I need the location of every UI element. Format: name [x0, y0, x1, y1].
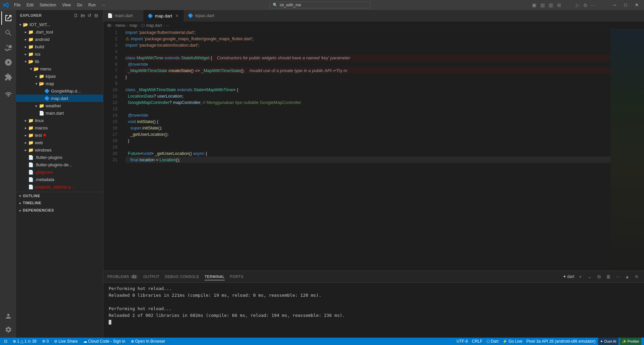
lib-folder[interactable]: ▾ 📂 lib — [16, 58, 103, 65]
minimize-button[interactable]: ─ — [611, 2, 618, 8]
more-terminal-icon[interactable]: ··· — [614, 273, 621, 280]
run-debug-activity-icon[interactable] — [1, 56, 15, 69]
new-file-icon[interactable]: 🗋 — [73, 13, 79, 18]
terminal-dropdown-icon[interactable]: ⌄ — [586, 273, 593, 280]
no-problems-status[interactable]: ⑧ 0 — [41, 338, 50, 345]
main-dart-menu-file[interactable]: 📄 main.dart — [16, 109, 103, 117]
weather-folder[interactable]: ▸ 📁 weather — [16, 102, 103, 109]
source-control-activity-icon[interactable] — [1, 41, 15, 54]
menu-folder[interactable]: ▾ 📂 menu — [16, 65, 103, 72]
bottom-panel: PROBLEMS41 OUTPUT DEBUG CONSOLE TERMINAL… — [103, 271, 644, 338]
macos-folder[interactable]: ▸ 📁 macos — [16, 124, 103, 131]
collapse-all-icon[interactable]: ⊟ — [94, 13, 99, 18]
linux-folder[interactable]: ▸ 📁 linux — [16, 117, 103, 124]
add-terminal-icon[interactable]: + — [577, 273, 584, 280]
output-tab[interactable]: OUTPUT — [143, 273, 159, 280]
run-icon[interactable]: ▷ — [576, 2, 580, 8]
go-live-status[interactable]: ⚡ Go Live — [501, 338, 524, 345]
split-editor-icon[interactable]: ⧉ — [584, 2, 587, 8]
close-panel-icon[interactable]: ✕ — [633, 273, 640, 280]
kipas-folder[interactable]: ▸ 📁 kipas — [16, 72, 103, 80]
panel-toggle-icon[interactable]: ▤ — [540, 2, 545, 8]
kill-terminal-icon[interactable]: 🗑 — [605, 273, 612, 280]
more-actions-icon[interactable]: ··· — [591, 2, 595, 8]
breadcrumb-more[interactable]: ··· — [166, 23, 169, 28]
mapdart-file[interactable]: 🔷 map.dart — [16, 95, 103, 102]
metadata-file[interactable]: 📄 .metadata — [16, 176, 103, 183]
tab-map-dart[interactable]: 🔷 map.dart ✕ — [144, 10, 184, 21]
outline-section[interactable]: ▸ OUTLINE — [16, 192, 103, 199]
menu-edit[interactable]: Edit — [24, 2, 36, 8]
errors-status[interactable]: ⊗ 1 △ 1 ⊙ 39 — [11, 338, 38, 345]
refresh-icon[interactable]: ↺ — [87, 13, 92, 18]
menu-more[interactable]: ··· — [99, 2, 108, 8]
windows-folder[interactable]: ▸ 📁 windows — [16, 146, 103, 154]
tab-map-dart-close-icon[interactable]: ✕ — [174, 13, 179, 18]
error-count: 1 — [17, 339, 19, 344]
encoding-status[interactable]: UTF-8 — [455, 338, 469, 345]
code-content[interactable]: import 'package:flutter/material.dart'; … — [120, 29, 610, 271]
extensions-activity-icon[interactable] — [1, 70, 15, 84]
explorer-activity-icon[interactable] — [1, 11, 15, 25]
remote-activity-icon[interactable] — [1, 88, 15, 101]
tab-kipas-dart[interactable]: 🔷 kipas.dart — [184, 10, 224, 21]
android-folder[interactable]: ▸ 📁 android — [16, 36, 103, 43]
prettier-status[interactable]: ✨ Prettier — [620, 338, 641, 345]
maximize-panel-icon[interactable]: ▲ — [624, 273, 631, 280]
build-folder[interactable]: ▸ 📁 build — [16, 43, 103, 50]
analysis-spacer — [23, 184, 28, 189]
menu-go[interactable]: Go — [74, 2, 85, 8]
ports-tab[interactable]: PORTS — [230, 273, 244, 280]
breadcrumb-menu[interactable]: menu — [115, 23, 125, 28]
eol-status[interactable]: CRLF — [471, 338, 484, 345]
globe-icon: ⊕ — [131, 339, 134, 344]
cloud-code-status[interactable]: ☁ Cloud Code - Sign in — [82, 338, 127, 345]
timeline-section[interactable]: ▸ TIMELINE — [16, 199, 103, 207]
flutter-plugins-de-file[interactable]: 📄 .flutter-plugins-de... — [16, 161, 103, 168]
googlemap-file[interactable]: 🔷 GoogleMap.d... — [16, 87, 103, 95]
breadcrumb-lib[interactable]: lib — [107, 23, 111, 28]
editor-toggle-icon[interactable]: ▥ — [549, 2, 553, 8]
terminal-tab[interactable]: TERMINAL — [205, 273, 225, 280]
device-status[interactable]: Pixel 3a API 26 (android-x86 emulator) — [525, 338, 597, 345]
duet-ai-status[interactable]: ✦ Duet AI — [598, 338, 618, 345]
analysis-options-file[interactable]: 📄 analysis_options.y... — [16, 183, 103, 190]
new-folder-icon[interactable]: 🗁 — [80, 13, 86, 18]
search-text[interactable]: iot_with_me — [280, 3, 301, 7]
language-status[interactable]: ⬡ Dart — [485, 338, 500, 345]
flutter-plugins-file[interactable]: 📄 .flutter-plugins — [16, 154, 103, 161]
test-folder-icon: 📁 — [28, 132, 34, 138]
sidebar-toggle-icon[interactable]: ▣ — [532, 2, 536, 8]
map-folder[interactable]: ▾ 📂 map — [16, 80, 103, 87]
terminal-content[interactable]: Performing hot reload... Reloaded 0 libr… — [103, 283, 644, 338]
live-share-status[interactable]: ⊘ Live Share — [53, 338, 79, 345]
dependencies-section[interactable]: ▸ DEPENDENCIES — [16, 207, 103, 214]
web-folder[interactable]: ▸ 📁 web — [16, 139, 103, 146]
split-terminal-icon[interactable]: ⧉ — [596, 273, 602, 280]
gitignore-label: .gitignore — [35, 170, 53, 175]
breadcrumb-filename[interactable]: map.dart — [146, 23, 162, 28]
tab-main-dart[interactable]: 📄 main.dart — [103, 10, 144, 21]
code-line-18: } — [125, 137, 610, 144]
account-activity-icon[interactable] — [1, 309, 15, 323]
debug-console-tab[interactable]: DEBUG CONSOLE — [165, 273, 199, 280]
problems-tab[interactable]: PROBLEMS41 — [107, 273, 138, 280]
gitignore-file[interactable]: 📄 .gitignore — [16, 168, 103, 176]
code-line-2: ⚠import 'package:google_maps_flutter/goo… — [125, 36, 610, 42]
breadcrumb-map[interactable]: map — [129, 23, 137, 28]
menu-view[interactable]: View — [59, 2, 73, 8]
settings-activity-icon[interactable] — [1, 323, 15, 336]
open-in-browser-status[interactable]: ⊕ Open In Browser — [129, 338, 167, 345]
menu-run[interactable]: Run — [86, 2, 98, 8]
root-folder[interactable]: ▾ 📂 IOT_WIT... — [16, 21, 103, 28]
menu-file[interactable]: File — [11, 2, 23, 8]
close-button[interactable]: ✕ — [633, 2, 641, 8]
search-activity-icon[interactable] — [1, 26, 15, 40]
test-folder[interactable]: ▸ 📁 test — [16, 131, 103, 139]
ios-folder[interactable]: ▸ 📁 ios — [16, 50, 103, 58]
menu-selection[interactable]: Selection — [37, 2, 59, 8]
maximize-button[interactable]: □ — [622, 2, 629, 8]
dart-tool-folder[interactable]: ▸ 📁 .dart_tool — [16, 28, 103, 36]
layout-icon[interactable]: ⊞ — [557, 2, 561, 8]
remote-status[interactable]: ⊡ — [3, 338, 9, 345]
